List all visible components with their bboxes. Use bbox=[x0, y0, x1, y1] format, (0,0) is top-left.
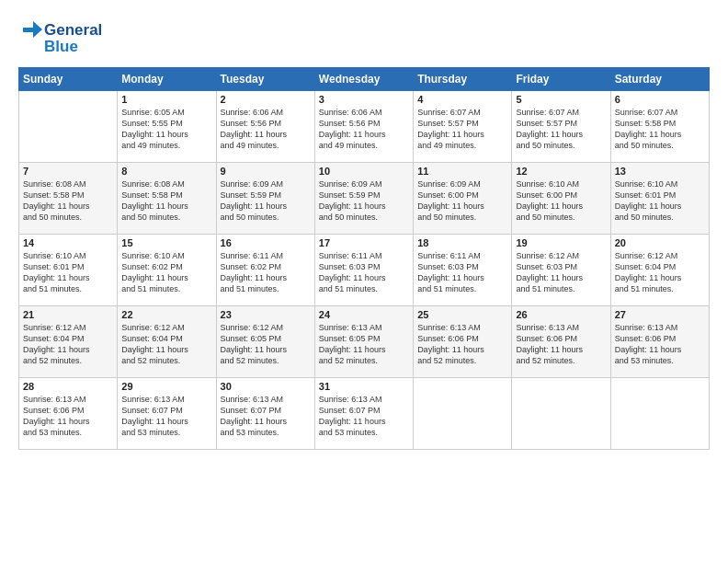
header-cell-friday: Friday bbox=[512, 68, 610, 91]
day-number: 20 bbox=[615, 237, 705, 248]
day-cell: 31Sunrise: 6:13 AM Sunset: 6:07 PM Dayli… bbox=[314, 378, 413, 450]
day-cell: 17Sunrise: 6:11 AM Sunset: 6:03 PM Dayli… bbox=[314, 235, 413, 306]
day-cell: 22Sunrise: 6:12 AM Sunset: 6:04 PM Dayli… bbox=[118, 306, 216, 378]
header-row: SundayMondayTuesdayWednesdayThursdayFrid… bbox=[19, 68, 710, 91]
day-cell: 8Sunrise: 6:08 AM Sunset: 5:58 PM Daylig… bbox=[118, 163, 216, 235]
day-number: 27 bbox=[615, 309, 705, 320]
day-number: 29 bbox=[121, 381, 211, 392]
day-number: 28 bbox=[23, 381, 113, 392]
day-cell: 16Sunrise: 6:11 AM Sunset: 6:02 PM Dayli… bbox=[216, 235, 314, 306]
day-number: 18 bbox=[417, 237, 507, 248]
day-number: 9 bbox=[221, 166, 311, 177]
week-row-2: 7Sunrise: 6:08 AM Sunset: 5:58 PM Daylig… bbox=[19, 163, 710, 235]
svg-text:General: General bbox=[44, 21, 101, 39]
day-number: 30 bbox=[221, 381, 311, 392]
day-info: Sunrise: 6:10 AM Sunset: 6:01 PM Dayligh… bbox=[23, 250, 113, 295]
day-cell: 24Sunrise: 6:13 AM Sunset: 6:05 PM Dayli… bbox=[314, 306, 413, 378]
day-number: 5 bbox=[516, 94, 606, 105]
day-cell bbox=[512, 378, 610, 450]
svg-rect-0 bbox=[23, 28, 34, 32]
header-cell-tuesday: Tuesday bbox=[216, 68, 314, 91]
day-number: 23 bbox=[221, 309, 311, 320]
day-number: 7 bbox=[23, 166, 113, 177]
logo: GeneralBlue bbox=[18, 17, 101, 58]
day-cell: 14Sunrise: 6:10 AM Sunset: 6:01 PM Dayli… bbox=[19, 235, 118, 306]
day-info: Sunrise: 6:06 AM Sunset: 5:56 PM Dayligh… bbox=[221, 107, 311, 152]
day-number: 21 bbox=[23, 309, 113, 320]
day-cell: 28Sunrise: 6:13 AM Sunset: 6:06 PM Dayli… bbox=[19, 378, 118, 450]
day-cell: 20Sunrise: 6:12 AM Sunset: 6:04 PM Dayli… bbox=[610, 235, 709, 306]
day-cell bbox=[19, 91, 118, 163]
day-info: Sunrise: 6:13 AM Sunset: 6:07 PM Dayligh… bbox=[221, 394, 311, 439]
day-number: 25 bbox=[417, 309, 507, 320]
day-info: Sunrise: 6:13 AM Sunset: 6:05 PM Dayligh… bbox=[319, 322, 409, 367]
day-cell: 27Sunrise: 6:13 AM Sunset: 6:06 PM Dayli… bbox=[610, 306, 709, 378]
day-number: 19 bbox=[516, 237, 606, 248]
day-cell: 11Sunrise: 6:09 AM Sunset: 6:00 PM Dayli… bbox=[414, 163, 512, 235]
page: GeneralBlue SundayMondayTuesdayWednesday… bbox=[0, 0, 728, 563]
logo-svg: GeneralBlue bbox=[18, 17, 101, 58]
day-info: Sunrise: 6:07 AM Sunset: 5:57 PM Dayligh… bbox=[417, 107, 507, 152]
day-info: Sunrise: 6:10 AM Sunset: 6:02 PM Dayligh… bbox=[121, 250, 211, 295]
day-number: 3 bbox=[319, 94, 409, 105]
week-row-1: 1Sunrise: 6:05 AM Sunset: 5:55 PM Daylig… bbox=[19, 91, 710, 163]
day-info: Sunrise: 6:13 AM Sunset: 6:06 PM Dayligh… bbox=[516, 322, 606, 367]
day-info: Sunrise: 6:13 AM Sunset: 6:06 PM Dayligh… bbox=[417, 322, 507, 367]
day-cell bbox=[610, 378, 709, 450]
header-cell-thursday: Thursday bbox=[414, 68, 512, 91]
header-cell-wednesday: Wednesday bbox=[314, 68, 413, 91]
day-number: 1 bbox=[121, 94, 211, 105]
day-info: Sunrise: 6:07 AM Sunset: 5:58 PM Dayligh… bbox=[615, 107, 705, 152]
day-info: Sunrise: 6:13 AM Sunset: 6:06 PM Dayligh… bbox=[615, 322, 705, 367]
day-number: 31 bbox=[319, 381, 409, 392]
day-info: Sunrise: 6:06 AM Sunset: 5:56 PM Dayligh… bbox=[319, 107, 409, 152]
day-info: Sunrise: 6:10 AM Sunset: 6:00 PM Dayligh… bbox=[516, 178, 606, 224]
day-number: 6 bbox=[615, 94, 705, 105]
day-info: Sunrise: 6:11 AM Sunset: 6:03 PM Dayligh… bbox=[417, 250, 507, 295]
day-number: 2 bbox=[221, 94, 311, 105]
day-cell: 19Sunrise: 6:12 AM Sunset: 6:03 PM Dayli… bbox=[512, 235, 610, 306]
week-row-5: 28Sunrise: 6:13 AM Sunset: 6:06 PM Dayli… bbox=[19, 378, 710, 450]
header-cell-sunday: Sunday bbox=[19, 68, 118, 91]
header-cell-monday: Monday bbox=[118, 68, 216, 91]
day-number: 22 bbox=[121, 309, 211, 320]
day-cell: 25Sunrise: 6:13 AM Sunset: 6:06 PM Dayli… bbox=[414, 306, 512, 378]
week-row-3: 14Sunrise: 6:10 AM Sunset: 6:01 PM Dayli… bbox=[19, 235, 710, 306]
day-info: Sunrise: 6:12 AM Sunset: 6:04 PM Dayligh… bbox=[23, 322, 113, 367]
day-info: Sunrise: 6:09 AM Sunset: 5:59 PM Dayligh… bbox=[319, 178, 409, 224]
day-number: 13 bbox=[615, 166, 705, 177]
day-cell: 30Sunrise: 6:13 AM Sunset: 6:07 PM Dayli… bbox=[216, 378, 314, 450]
day-info: Sunrise: 6:11 AM Sunset: 6:02 PM Dayligh… bbox=[221, 250, 311, 295]
day-number: 26 bbox=[516, 309, 606, 320]
header: GeneralBlue bbox=[18, 17, 710, 58]
day-number: 14 bbox=[23, 237, 113, 248]
day-info: Sunrise: 6:09 AM Sunset: 6:00 PM Dayligh… bbox=[417, 178, 507, 224]
day-info: Sunrise: 6:11 AM Sunset: 6:03 PM Dayligh… bbox=[319, 250, 409, 295]
day-cell: 3Sunrise: 6:06 AM Sunset: 5:56 PM Daylig… bbox=[314, 91, 413, 163]
day-info: Sunrise: 6:13 AM Sunset: 6:06 PM Dayligh… bbox=[23, 394, 113, 439]
day-info: Sunrise: 6:10 AM Sunset: 6:01 PM Dayligh… bbox=[615, 178, 705, 224]
day-number: 12 bbox=[516, 166, 606, 177]
day-cell bbox=[414, 378, 512, 450]
day-cell: 10Sunrise: 6:09 AM Sunset: 5:59 PM Dayli… bbox=[314, 163, 413, 235]
day-cell: 23Sunrise: 6:12 AM Sunset: 6:05 PM Dayli… bbox=[216, 306, 314, 378]
calendar-table: SundayMondayTuesdayWednesdayThursdayFrid… bbox=[18, 67, 710, 450]
day-cell: 12Sunrise: 6:10 AM Sunset: 6:00 PM Dayli… bbox=[512, 163, 610, 235]
day-cell: 29Sunrise: 6:13 AM Sunset: 6:07 PM Dayli… bbox=[118, 378, 216, 450]
day-number: 11 bbox=[417, 166, 507, 177]
day-info: Sunrise: 6:12 AM Sunset: 6:03 PM Dayligh… bbox=[516, 250, 606, 295]
day-number: 17 bbox=[319, 237, 409, 248]
day-number: 16 bbox=[221, 237, 311, 248]
day-cell: 18Sunrise: 6:11 AM Sunset: 6:03 PM Dayli… bbox=[414, 235, 512, 306]
day-info: Sunrise: 6:08 AM Sunset: 5:58 PM Dayligh… bbox=[23, 178, 113, 224]
day-cell: 9Sunrise: 6:09 AM Sunset: 5:59 PM Daylig… bbox=[216, 163, 314, 235]
day-cell: 2Sunrise: 6:06 AM Sunset: 5:56 PM Daylig… bbox=[216, 91, 314, 163]
day-cell: 1Sunrise: 6:05 AM Sunset: 5:55 PM Daylig… bbox=[118, 91, 216, 163]
svg-text:Blue: Blue bbox=[44, 38, 78, 55]
day-info: Sunrise: 6:12 AM Sunset: 6:04 PM Dayligh… bbox=[615, 250, 705, 295]
svg-marker-1 bbox=[33, 21, 42, 38]
day-number: 4 bbox=[417, 94, 507, 105]
day-number: 24 bbox=[319, 309, 409, 320]
day-cell: 15Sunrise: 6:10 AM Sunset: 6:02 PM Dayli… bbox=[118, 235, 216, 306]
day-number: 10 bbox=[319, 166, 409, 177]
